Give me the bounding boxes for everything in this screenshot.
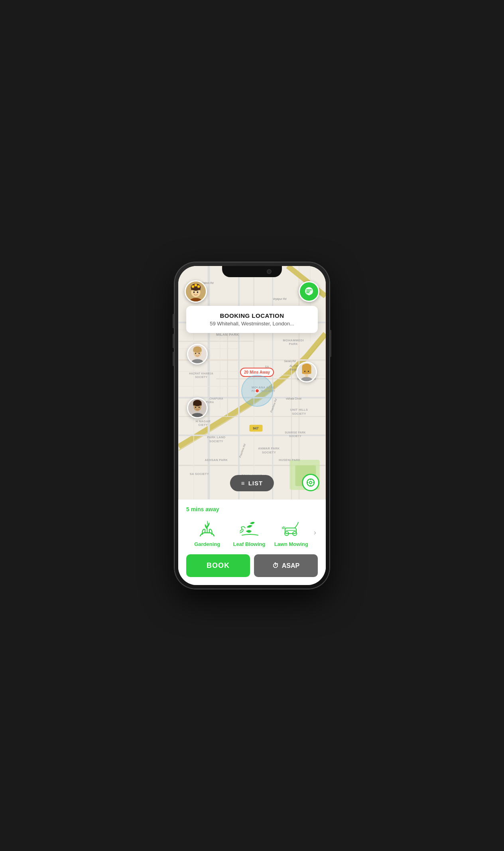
list-button[interactable]: ≡ LIST bbox=[230, 475, 274, 491]
gps-button[interactable] bbox=[302, 474, 319, 491]
marker-dot bbox=[255, 388, 260, 393]
svg-text:947: 947 bbox=[253, 426, 258, 430]
svg-text:MILAN PARK: MILAN PARK bbox=[216, 333, 239, 337]
gardening-icon bbox=[195, 518, 219, 538]
svg-text:vishala Circle: vishala Circle bbox=[286, 397, 302, 400]
front-camera bbox=[267, 269, 272, 274]
leaf-blowing-label: Leaf Blowing bbox=[233, 541, 266, 547]
service-items: Gardening bbox=[186, 518, 312, 547]
svg-point-87 bbox=[195, 353, 196, 354]
svg-point-102 bbox=[308, 370, 309, 372]
action-row: BOOK ⏱ ASAP bbox=[186, 554, 318, 577]
svg-point-77 bbox=[195, 284, 197, 286]
map-provider-1[interactable] bbox=[187, 344, 208, 364]
service-leaf-blowing[interactable]: Leaf Blowing bbox=[228, 518, 270, 547]
chevron-right-icon[interactable]: › bbox=[312, 528, 318, 537]
svg-text:PARK: PARK bbox=[289, 342, 298, 346]
gps-icon bbox=[306, 478, 315, 487]
map-top-bar bbox=[178, 280, 326, 303]
marker-area bbox=[241, 375, 273, 407]
message-icon bbox=[304, 286, 314, 297]
lawn-mowing-label: Lawn Mowing bbox=[274, 541, 308, 547]
svg-text:SOCIETY: SOCIETY bbox=[195, 376, 207, 378]
booking-address: 59 Whitehall, Westminster, London... bbox=[194, 321, 310, 327]
svg-text:H NAGAR: H NAGAR bbox=[196, 420, 211, 423]
svg-rect-103 bbox=[305, 375, 308, 377]
svg-text:MOHAMMEDI: MOHAMMEDI bbox=[283, 339, 304, 342]
map-provider-2[interactable] bbox=[187, 398, 208, 418]
bottom-panel: 5 mins away bbox=[178, 499, 326, 585]
svg-text:SA SOCIETY: SA SOCIETY bbox=[190, 472, 209, 476]
gardening-label: Gardening bbox=[194, 541, 220, 547]
clock-icon: ⏱ bbox=[272, 562, 279, 569]
svg-rect-100 bbox=[302, 367, 311, 374]
svg-point-80 bbox=[197, 292, 199, 293]
leaf-blowing-icon bbox=[237, 518, 261, 538]
phone-notch bbox=[222, 266, 282, 277]
services-row: Gardening bbox=[186, 518, 318, 547]
svg-text:SUNRISE PARK: SUNRISE PARK bbox=[285, 431, 306, 434]
svg-point-78 bbox=[198, 286, 199, 288]
svg-text:Sarani Rd: Sarani Rd bbox=[284, 360, 296, 362]
list-label: LIST bbox=[248, 480, 263, 487]
svg-point-79 bbox=[193, 292, 195, 293]
svg-text:AEHSAN PARK: AEHSAN PARK bbox=[205, 458, 228, 462]
asap-button[interactable]: ⏱ ASAP bbox=[254, 554, 318, 577]
svg-text:SOCIETY: SOCIETY bbox=[209, 439, 223, 443]
svg-rect-115 bbox=[285, 528, 296, 534]
map-provider-3[interactable] bbox=[296, 362, 317, 382]
svg-point-95 bbox=[199, 406, 200, 408]
svg-text:CHAPURA: CHAPURA bbox=[209, 397, 223, 400]
svg-point-88 bbox=[199, 353, 200, 354]
map-marker: 20 Mins Away bbox=[240, 368, 274, 407]
svg-rect-86 bbox=[193, 350, 201, 352]
svg-point-106 bbox=[309, 481, 312, 484]
svg-text:SOCIETY: SOCIETY bbox=[289, 435, 301, 437]
user-avatar[interactable] bbox=[185, 280, 207, 303]
phone-frame: 947 Station Rd Vejalpur Rd Sarani Rd AL-… bbox=[174, 262, 330, 589]
svg-text:CIETY: CIETY bbox=[199, 423, 208, 427]
svg-text:HAZRAT KHAWJA: HAZRAT KHAWJA bbox=[189, 372, 213, 375]
list-icon: ≡ bbox=[241, 480, 245, 487]
service-gardening[interactable]: Gardening bbox=[186, 518, 228, 547]
booking-card[interactable]: BOOKING LOCATION 59 Whitehall, Westminst… bbox=[186, 306, 318, 333]
svg-point-76 bbox=[192, 286, 194, 288]
svg-point-94 bbox=[195, 406, 196, 408]
phone-screen: 947 Station Rd Vejalpur Rd Sarani Rd AL-… bbox=[178, 266, 326, 585]
svg-text:UNIT HILLS: UNIT HILLS bbox=[290, 408, 308, 412]
map-area[interactable]: 947 Station Rd Vejalpur Rd Sarani Rd AL-… bbox=[178, 266, 326, 499]
booking-title: BOOKING LOCATION bbox=[194, 312, 310, 319]
lawn-mowing-icon bbox=[279, 518, 303, 538]
svg-text:HUSENI PARK: HUSENI PARK bbox=[279, 458, 301, 462]
svg-point-101 bbox=[304, 370, 305, 372]
svg-rect-93 bbox=[193, 403, 201, 406]
svg-text:SOCIETY: SOCIETY bbox=[262, 451, 276, 454]
nearby-label: 5 mins away bbox=[186, 506, 318, 512]
svg-text:PARK LAND: PARK LAND bbox=[207, 435, 226, 439]
service-lawn-mowing[interactable]: Lawn Mowing bbox=[270, 518, 312, 547]
asap-label: ASAP bbox=[282, 562, 299, 569]
svg-text:ANWAR PARK: ANWAR PARK bbox=[258, 447, 280, 450]
svg-text:SOCIETY: SOCIETY bbox=[292, 412, 306, 416]
message-button[interactable] bbox=[299, 281, 319, 302]
book-button[interactable]: BOOK bbox=[186, 554, 250, 577]
